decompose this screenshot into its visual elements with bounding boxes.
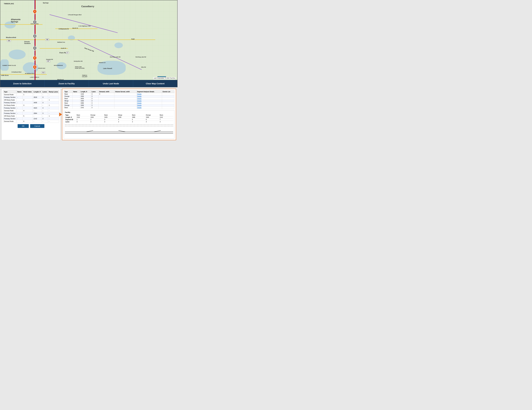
shield-436-right: 436 xyxy=(45,38,49,41)
facility-lanes-0: 3 xyxy=(76,121,90,123)
facility-type-1: Diverge xyxy=(90,114,104,116)
seg-col-length: Length, ft xyxy=(80,91,91,93)
facility-segid-4: 5 xyxy=(132,118,145,121)
zoom-facility-button[interactable]: Zoom to Facility xyxy=(45,80,89,87)
water-body-3 xyxy=(5,21,16,28)
facility-type-0: Basic xyxy=(76,114,90,116)
seg-col-demand: Demand, veh/h xyxy=(98,91,114,93)
facility-type-2: Basic xyxy=(104,114,118,116)
map-container: 1 2 3 4 5 6 TIMBERLAKE AltamonteSprings … xyxy=(0,0,178,87)
zoom-selection-button[interactable]: Zoom to Selection xyxy=(0,80,45,87)
table-row: Freeway Section-44233- xyxy=(3,107,59,109)
node-table: Type Name Node Index Length, ft Lanes Ra… xyxy=(3,90,59,123)
segment-row: Diverge15003Details xyxy=(64,95,174,98)
shield-414: 414 xyxy=(41,72,45,74)
shield-427: 427 xyxy=(47,60,50,62)
road-altamonte xyxy=(55,28,97,29)
lane-line-1 xyxy=(65,125,173,125)
undo-node-button[interactable]: Undo Last Node xyxy=(89,80,133,87)
road-maitland xyxy=(0,74,47,75)
col-node-index: Node Index xyxy=(23,90,33,93)
facility-lanes-1: 3 xyxy=(90,121,104,123)
content-map-panel: Type Name Length, ft Lanes Demand, veh/h… xyxy=(62,89,176,140)
facility-segid-1: 2 xyxy=(90,118,104,121)
facility-type-6: Basic xyxy=(159,114,173,116)
segment-row: Diverge15003Details xyxy=(64,104,174,107)
seg-col-analysis: Segment Analysis Details xyxy=(136,91,162,93)
segment-row: Basic34353Details xyxy=(64,98,174,100)
segment-table: Type Name Length, ft Lanes Demand, veh/h… xyxy=(64,90,174,109)
seg-col-lanes: Lanes xyxy=(91,91,99,93)
facility-length-2: 3435 xyxy=(104,116,118,118)
col-lanes: Lanes xyxy=(42,90,48,93)
facility-row-label-type: Type xyxy=(65,114,76,116)
seg-col-volume: Volume Served, veh/h xyxy=(114,91,136,93)
map-copyright: rsoft Corporation © 2022 TomTom xyxy=(153,77,176,79)
facility-segid-6: 7 xyxy=(159,118,173,121)
cancel-button[interactable]: Cancel xyxy=(30,124,44,128)
svg-line-4 xyxy=(86,130,93,132)
table-row: On-Ramp Node3--1 xyxy=(3,104,59,107)
table-row: Freeway Section-20643- xyxy=(3,112,59,115)
road-central-pkwy xyxy=(0,24,43,25)
col-length: Length, ft xyxy=(33,90,42,93)
clear-map-button[interactable]: Clear Map Content xyxy=(133,80,177,87)
segment-row: Basic34863Details xyxy=(64,102,174,104)
water-body-5 xyxy=(114,43,123,48)
table-row: Freeway Section-34353- xyxy=(3,101,59,104)
map-toolbar: Zoom to Selection Zoom to Facility Undo … xyxy=(0,80,177,87)
facility-lanes-6: 3 xyxy=(159,121,173,123)
facility-type-4: Basic xyxy=(132,114,145,116)
facility-length-5: 1500 xyxy=(145,116,159,118)
table-row: General Node4--- xyxy=(3,109,59,112)
lane-line-2 xyxy=(65,126,173,126)
facility-section: Facility Type Basic Diverge Basic Merge … xyxy=(64,110,174,138)
seg-col-events: Events List xyxy=(162,91,174,93)
table-row: Freeway Section-21423- xyxy=(3,117,59,120)
facility-length-3: 1500 xyxy=(118,116,132,118)
col-ramp-lanes: Ramp Lanes xyxy=(48,90,59,93)
facility-lanes-4: 3 xyxy=(132,121,145,123)
map-background xyxy=(0,0,177,87)
seg-col-name: Name xyxy=(73,91,80,93)
svg-line-9 xyxy=(118,130,125,132)
node-table-panel: Type Name Node Index Length, ft Lanes Ra… xyxy=(1,89,61,140)
col-name: Name xyxy=(17,90,23,93)
water-body xyxy=(9,50,26,59)
facility-type-3: Merge xyxy=(118,114,132,116)
table-row: Freeway Section-28183- xyxy=(3,96,59,99)
table-row: Off-Ramp Node5--1 xyxy=(3,115,59,117)
facility-length-4: 3486 xyxy=(132,116,145,118)
facility-row-label-length: Length, ft xyxy=(65,116,76,118)
lake-howell xyxy=(97,61,126,75)
table-row: General Node1--- xyxy=(3,93,59,96)
facility-type-5: Diverge xyxy=(145,114,159,116)
segment-row: Basic21423Details xyxy=(64,107,174,109)
facility-length-0: 1318 xyxy=(76,116,90,118)
facility-lanes-3: 3 xyxy=(118,121,132,123)
ok-button[interactable]: OK xyxy=(18,124,29,128)
col-type: Type xyxy=(3,90,17,93)
facility-grid: Type Basic Diverge Basic Merge Basic Div… xyxy=(65,114,173,123)
facility-length-6: 2142 xyxy=(159,116,173,118)
svg-line-14 xyxy=(154,130,161,132)
table-row: Off-Ramp Node2--1 xyxy=(3,99,59,101)
facility-segid-5: 6 xyxy=(145,118,159,121)
facility-row-label-segid: Segment ID xyxy=(65,118,76,121)
facility-lanes-2: 3 xyxy=(104,121,118,123)
facility-row-label-lanes: Lanes xyxy=(65,121,76,123)
facility-lanes-5: 3 xyxy=(145,121,159,123)
road-profile-svg xyxy=(65,127,173,135)
segment-row: Basic131830Details xyxy=(64,93,174,95)
road-diagram xyxy=(65,125,173,137)
seg-col-type: Type xyxy=(64,91,73,93)
road-maitland-ave xyxy=(40,48,68,49)
water-body-4 xyxy=(0,59,9,71)
shield-436-left: 436 xyxy=(7,40,11,42)
segment-row: Merge15003Details xyxy=(64,100,174,102)
facility-segid-2: 3 xyxy=(104,118,118,121)
water-body-7 xyxy=(57,62,66,69)
facility-segid-0: 1 xyxy=(76,118,90,121)
facility-title: Facility xyxy=(65,111,173,113)
table-row: General Node6--- xyxy=(3,120,59,123)
